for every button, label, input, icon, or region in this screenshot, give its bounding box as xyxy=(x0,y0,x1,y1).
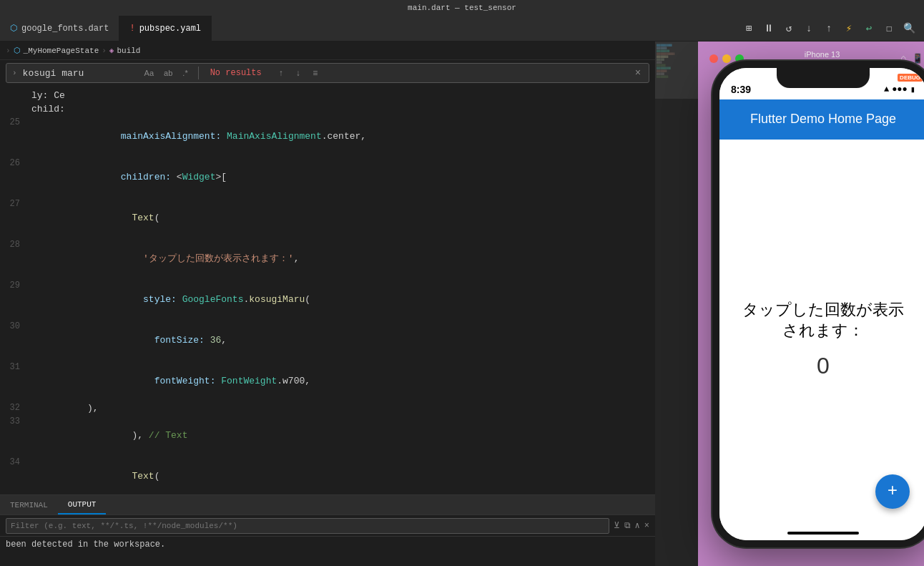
toolbar-reload-icon[interactable]: ↩ xyxy=(861,21,877,36)
close-dot[interactable] xyxy=(709,54,718,63)
dart-icon: ⬡ xyxy=(10,23,17,34)
code-line-text1: 27 Text( xyxy=(0,197,655,238)
state-icon: ⬡ xyxy=(14,46,21,55)
toolbar-lightning-icon[interactable]: ⚡ xyxy=(841,21,857,36)
counter-value: 0 xyxy=(817,353,830,379)
tab-label-google-fonts: google_fonts.dart xyxy=(21,24,109,34)
editor-pane: › ⬡ _MyHomePageState › ◈ build › Aa ab .… xyxy=(0,42,655,566)
device-name: iPhone 13 xyxy=(805,50,840,59)
minimap[interactable]: ▓▓▓▓▓▓▓▓▓▓▓▓ ▓▓▓▓▓▓▓▓ ▓▓▓▓▓▓▓▓▓▓ ▓▓▓▓▓▓▓… xyxy=(655,42,698,566)
code-editor[interactable]: ly: Ce child: 25 mainAxisAlignment: Main… xyxy=(0,86,655,494)
code-line: 31 fontWeight: FontWeight.w700, xyxy=(0,361,655,401)
toolbar-grid-icon[interactable]: ⊞ xyxy=(741,21,757,36)
find-status: No results xyxy=(205,68,267,78)
find-prev-button[interactable]: ↑ xyxy=(273,65,289,81)
signal-icon: ●●● xyxy=(892,84,908,94)
filter-up-icon[interactable]: ∧ xyxy=(635,520,640,531)
phone-pane: iPhone 13 iOS 15.4 ⌂ 📱 ⟳ 8:39 ▲ ●●● ▮ DE… xyxy=(698,42,924,566)
find-regex-button[interactable]: .* xyxy=(178,67,192,79)
breadcrumb-separator: › xyxy=(102,47,107,55)
main-area: › ⬡ _MyHomePageState › ◈ build › Aa ab .… xyxy=(0,42,924,566)
find-separator xyxy=(198,67,199,79)
yaml-icon: ! xyxy=(129,24,134,34)
code-line: child: xyxy=(0,102,655,116)
toolbar-step-over-icon[interactable]: ↓ xyxy=(801,21,817,36)
toolbar-stop-icon[interactable]: ☐ xyxy=(881,21,897,36)
code-line: 28 'タップした回数が表示されます：', xyxy=(0,238,655,279)
status-icons: ▲ ●●● ▮ xyxy=(884,84,915,95)
toolbar-icons: ⊞ ⏸ ↺ ↓ ↑ ⚡ ↩ ☐ 🔍 xyxy=(741,21,924,36)
code-line: 25 mainAxisAlignment: MainAxisAlignment.… xyxy=(0,116,655,157)
filter-close-icon[interactable]: × xyxy=(644,521,649,531)
title-bar: main.dart — test_sensor xyxy=(0,0,924,16)
find-input[interactable] xyxy=(23,68,137,79)
code-line: ly: Ce xyxy=(0,89,655,102)
breadcrumb-state[interactable]: _MyHomePageState xyxy=(24,47,99,55)
find-options: Aa ab .* xyxy=(140,67,192,79)
filter-copy-icon[interactable]: ⧉ xyxy=(624,521,631,531)
demo-text: タップした回数が表示されます： xyxy=(742,300,904,341)
breadcrumb-arrow: › xyxy=(6,47,11,55)
toolbar-step-into-icon[interactable]: ↑ xyxy=(821,21,837,36)
device-icon[interactable]: 📱 xyxy=(912,53,923,64)
find-word-button[interactable]: ab xyxy=(159,67,177,79)
code-line: 33 ), // Text xyxy=(0,415,655,456)
iphone-notch xyxy=(777,68,870,88)
tab-bar: ⬡ google_fonts.dart ! pubspec.yaml ⊞ ⏸ ↺… xyxy=(0,16,924,42)
app-bar-title: Flutter Demo Home Page xyxy=(750,112,896,127)
minimize-dot[interactable] xyxy=(722,54,731,63)
code-line-text2: 34 Text( xyxy=(0,456,655,494)
filter-input[interactable] xyxy=(6,518,609,534)
tab-pubspec[interactable]: ! pubspec.yaml xyxy=(119,16,212,41)
fab-button[interactable]: + xyxy=(875,474,910,509)
breadcrumb: › ⬡ _MyHomePageState › ◈ build xyxy=(0,42,655,60)
toolbar-pause-icon[interactable]: ⏸ xyxy=(761,21,777,36)
bottom-tabs: TERMINAL OUTPUT xyxy=(0,495,655,515)
toolbar-restart-icon[interactable]: ↺ xyxy=(781,21,797,36)
wifi-icon: ▲ xyxy=(884,84,889,94)
toolbar-search-icon[interactable]: 🔍 xyxy=(901,21,917,36)
code-line: 32 ), xyxy=(0,401,655,415)
bottom-panel: TERMINAL OUTPUT ⊻ ⧉ ∧ × been detected in… xyxy=(0,494,655,566)
find-nav: ↑ ↓ ≡ xyxy=(273,65,323,81)
home-bar xyxy=(787,532,859,535)
filter-funnel-icon[interactable]: ⊻ xyxy=(614,520,620,531)
code-line: 30 fontSize: 36, xyxy=(0,320,655,361)
find-close-button[interactable]: × xyxy=(630,65,646,81)
status-time: 8:39 xyxy=(731,84,751,95)
iphone-frame: 8:39 ▲ ●●● ▮ DEBUG Flutter Demo Home Pag… xyxy=(712,61,924,547)
find-list-button[interactable]: ≡ xyxy=(308,65,323,81)
fab-icon: + xyxy=(888,482,898,501)
output-text: been detected in the workspace. xyxy=(6,540,165,550)
title-text: main.dart — test_sensor xyxy=(408,4,516,12)
find-chevron-icon: › xyxy=(9,69,20,77)
minimap-content: ▓▓▓▓▓▓▓▓▓▓▓▓ ▓▓▓▓▓▓▓▓ ▓▓▓▓▓▓▓▓▓▓ ▓▓▓▓▓▓▓… xyxy=(655,42,698,82)
breadcrumb-build[interactable]: build xyxy=(117,47,140,55)
bottom-filter-bar: ⊻ ⧉ ∧ × xyxy=(0,515,655,537)
app-bar: Flutter Demo Home Page xyxy=(719,99,924,140)
code-line: 26 children: <Widget>[ xyxy=(0,157,655,197)
battery-icon: ▮ xyxy=(910,84,915,95)
find-bar: › Aa ab .* No results ↑ ↓ ≡ × xyxy=(6,63,649,83)
tab-label-pubspec: pubspec.yaml xyxy=(139,24,201,34)
tab-terminal[interactable]: TERMINAL xyxy=(0,495,58,514)
find-case-button[interactable]: Aa xyxy=(140,67,158,79)
code-line: 29 style: GoogleFonts.kosugiMaru( xyxy=(0,279,655,320)
debug-badge: DEBUG xyxy=(898,74,923,82)
build-icon: ◈ xyxy=(109,46,114,55)
tab-output[interactable]: OUTPUT xyxy=(58,495,107,514)
tab-google-fonts[interactable]: ⬡ google_fonts.dart xyxy=(0,16,119,41)
find-next-button[interactable]: ↓ xyxy=(290,65,306,81)
bottom-content: been detected in the workspace. xyxy=(0,537,655,566)
